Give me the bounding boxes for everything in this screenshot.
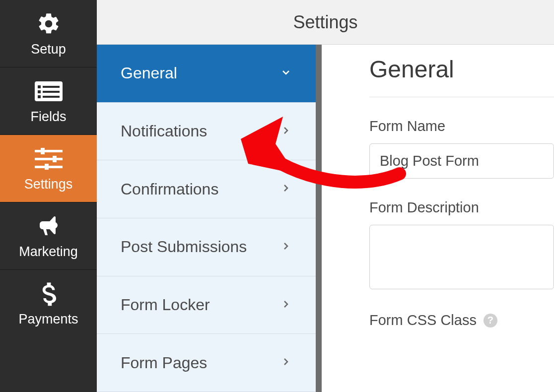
form-name-input[interactable] — [369, 143, 554, 179]
svg-rect-1 — [38, 85, 41, 88]
form-css-class-label: Form CSS Class — [369, 312, 477, 328]
dollar-icon — [40, 281, 57, 307]
chevron-right-icon — [280, 298, 292, 312]
menu-item-form-pages[interactable]: Form Pages — [97, 334, 316, 392]
menu-item-label: Confirmations — [121, 180, 218, 198]
svg-rect-10 — [53, 156, 57, 162]
menu-item-post-submissions[interactable]: Post Submissions — [97, 218, 316, 276]
form-description-input[interactable] — [369, 225, 554, 289]
chevron-right-icon — [280, 240, 292, 254]
svg-rect-12 — [45, 164, 49, 170]
nav-label: Fields — [30, 109, 66, 125]
main-body: General Notifications Confirmations — [97, 45, 554, 392]
svg-rect-7 — [35, 150, 63, 152]
nav-item-marketing[interactable]: Marketing — [0, 202, 97, 269]
help-icon[interactable]: ? — [484, 314, 497, 327]
bullhorn-icon — [35, 213, 62, 239]
nav-item-settings[interactable]: Settings — [0, 134, 97, 202]
svg-rect-8 — [41, 148, 45, 154]
chevron-down-icon — [280, 66, 292, 80]
svg-rect-6 — [43, 96, 60, 98]
form-description-label: Form Description — [369, 199, 554, 216]
svg-rect-4 — [43, 91, 60, 93]
field-group-form-name: Form Name — [369, 118, 554, 179]
svg-rect-3 — [38, 90, 41, 93]
menu-item-label: Form Locker — [121, 296, 210, 314]
nav-item-setup[interactable]: Setup — [0, 0, 97, 67]
gear-icon — [36, 11, 61, 37]
page-title: Settings — [293, 12, 357, 33]
nav-label: Payments — [18, 312, 78, 327]
nav-item-payments[interactable]: Payments — [0, 269, 97, 337]
nav-item-fields[interactable]: Fields — [0, 67, 97, 134]
left-sidebar: Setup Fields — [0, 0, 97, 392]
svg-rect-2 — [43, 86, 60, 88]
nav-label: Settings — [24, 177, 73, 192]
panel-title: General — [369, 56, 554, 97]
menu-item-label: Notifications — [121, 122, 207, 140]
menu-item-label: General — [121, 64, 177, 82]
menu-item-confirmations[interactable]: Confirmations — [97, 160, 316, 218]
chevron-right-icon — [280, 125, 292, 138]
menu-item-label: Form Pages — [121, 354, 207, 372]
field-group-form-description: Form Description — [369, 199, 554, 291]
menu-item-form-locker[interactable]: Form Locker — [97, 276, 316, 334]
form-name-label: Form Name — [369, 118, 554, 134]
settings-submenu: General Notifications Confirmations — [97, 45, 322, 392]
nav-label: Setup — [31, 42, 66, 57]
nav-label: Marketing — [19, 244, 78, 260]
chevron-right-icon — [280, 356, 292, 370]
field-group-form-css-class: Form CSS Class ? — [369, 312, 554, 328]
menu-item-label: Post Submissions — [121, 238, 247, 256]
top-header: Settings — [97, 0, 554, 45]
menu-item-notifications[interactable]: Notifications — [97, 103, 316, 161]
main-area: Settings General Notifications — [97, 0, 554, 392]
menu-item-general[interactable]: General — [97, 45, 316, 103]
svg-rect-5 — [38, 95, 41, 98]
chevron-right-icon — [280, 182, 292, 196]
svg-rect-9 — [35, 158, 63, 160]
list-icon — [35, 78, 63, 104]
content-panel: General Form Name Form Description Form … — [322, 45, 554, 392]
sliders-icon — [35, 146, 63, 172]
